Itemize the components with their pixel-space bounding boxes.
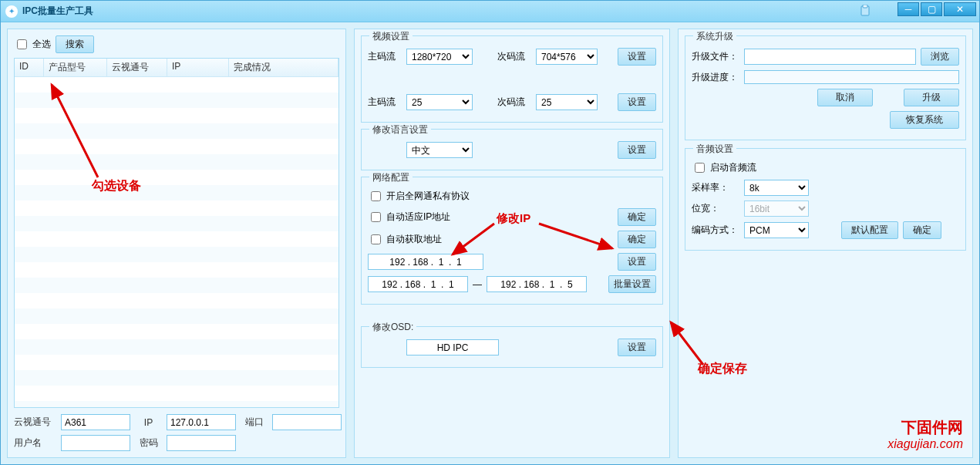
- annot-save: 确定保存: [698, 361, 747, 377]
- port-label: 端口: [241, 416, 268, 429]
- net-ok-1[interactable]: 确定: [618, 208, 656, 226]
- audio-settings: 音频设置 启动音频流 采样率： 8k 位宽： 16bit 编码方式： PCM: [685, 148, 966, 251]
- app-icon: ✦: [5, 5, 18, 18]
- upgrade-button[interactable]: 升级: [904, 89, 959, 106]
- col-id[interactable]: ID: [15, 59, 44, 76]
- language-settings: 修改语言设置 中文 设置: [361, 129, 663, 170]
- connection-form: 云视通号 IP 端口 用户名 密码: [14, 408, 339, 451]
- browse-button[interactable]: 浏览: [921, 48, 959, 66]
- net-ip-input[interactable]: [368, 254, 483, 270]
- svg-rect-1: [863, 5, 867, 8]
- col-status[interactable]: 完成情况: [229, 59, 338, 76]
- search-button[interactable]: 搜索: [56, 35, 94, 53]
- lang-set[interactable]: 设置: [618, 141, 656, 159]
- osd-set[interactable]: 设置: [618, 339, 656, 356]
- audio-bits: 16bit: [744, 200, 809, 217]
- device-table: ID 产品型号 云视通号 IP 完成情况 勾选设备: [14, 58, 339, 408]
- osd-settings: 修改OSD: 设置: [361, 326, 663, 368]
- net-batch[interactable]: 批量设置: [608, 275, 656, 293]
- audio-default[interactable]: 默认配置: [841, 221, 898, 239]
- video-set-2[interactable]: 设置: [618, 93, 656, 111]
- minimize-button[interactable]: ─: [897, 2, 919, 16]
- audio-ok[interactable]: 确定: [903, 221, 941, 239]
- upgrade-settings: 系统升级 升级文件： 浏览 升级进度： 取消 升级: [685, 35, 966, 140]
- select-all-checkbox[interactable]: 全选: [14, 37, 51, 52]
- net-chk2[interactable]: 自动适应IP地址: [368, 210, 450, 224]
- progress-bar: [744, 70, 959, 84]
- video-set-1[interactable]: 设置: [618, 48, 656, 66]
- titlebar: ✦ IPC批量生产工具 ─ ▢ ✕: [1, 1, 979, 22]
- col-model[interactable]: 产品型号: [44, 59, 107, 76]
- left-panel: 全选 搜索 ID 产品型号 云视通号 IP 完成情况 勾选设备: [7, 29, 346, 458]
- osd-input[interactable]: [406, 339, 499, 355]
- col-ip[interactable]: IP: [167, 59, 229, 76]
- net-range-a[interactable]: [368, 276, 468, 292]
- net-range-b[interactable]: [487, 276, 587, 292]
- user-label: 用户名: [14, 436, 56, 450]
- svg-line-5: [671, 322, 703, 365]
- substream-res[interactable]: 704*576: [536, 49, 598, 65]
- substream-fps[interactable]: 25: [536, 94, 598, 110]
- select-all-input[interactable]: [17, 39, 27, 49]
- right-panel: 系统升级 升级文件： 浏览 升级进度： 取消 升级: [678, 29, 973, 458]
- net-set[interactable]: 设置: [618, 253, 656, 271]
- watermark: 下固件网 xiagujian.com: [887, 418, 963, 451]
- user-input[interactable]: [61, 435, 130, 451]
- network-settings: 网络配置 开启全网通私有协议 自动适应IP地址 确定 自动获取地址 确定: [361, 177, 663, 305]
- audio-rate[interactable]: 8k: [744, 180, 809, 196]
- pwd-input[interactable]: [167, 435, 236, 451]
- clipboard-icon[interactable]: [859, 5, 871, 17]
- net-chk3[interactable]: 自动获取地址: [368, 232, 442, 247]
- language-select[interactable]: 中文: [406, 142, 473, 158]
- audio-enable[interactable]: 启动音频流: [692, 160, 756, 175]
- window-title: IPC批量生产工具: [22, 5, 93, 18]
- mainstream-fps[interactable]: 25: [406, 94, 473, 110]
- cancel-button[interactable]: 取消: [817, 89, 873, 106]
- cloud-label: 云视通号: [14, 416, 56, 429]
- maximize-button[interactable]: ▢: [921, 2, 942, 16]
- restore-button[interactable]: 恢复系统: [890, 111, 959, 129]
- app-window: ✦ IPC批量生产工具 ─ ▢ ✕ 全选 搜索 ID 产品型号: [0, 0, 980, 465]
- net-ok-2[interactable]: 确定: [618, 231, 656, 248]
- close-button[interactable]: ✕: [944, 2, 976, 16]
- ip-input[interactable]: [167, 414, 236, 430]
- table-body: [15, 77, 338, 407]
- mainstream-res[interactable]: 1280*720: [406, 49, 473, 65]
- middle-panel: 视频设置 主码流 1280*720 次码流 704*576 设置 主码流: [354, 29, 670, 458]
- ip-label: IP: [135, 417, 162, 428]
- col-cloud[interactable]: 云视通号: [107, 59, 167, 76]
- audio-enc[interactable]: PCM: [744, 222, 809, 238]
- pwd-label: 密码: [135, 436, 162, 450]
- video-settings: 视频设置 主码流 1280*720 次码流 704*576 设置 主码流: [361, 35, 663, 123]
- upgrade-file-input[interactable]: [744, 49, 916, 65]
- net-chk1[interactable]: 开启全网通私有协议: [368, 189, 470, 204]
- port-input[interactable]: [272, 414, 342, 430]
- cloud-input[interactable]: [61, 414, 130, 430]
